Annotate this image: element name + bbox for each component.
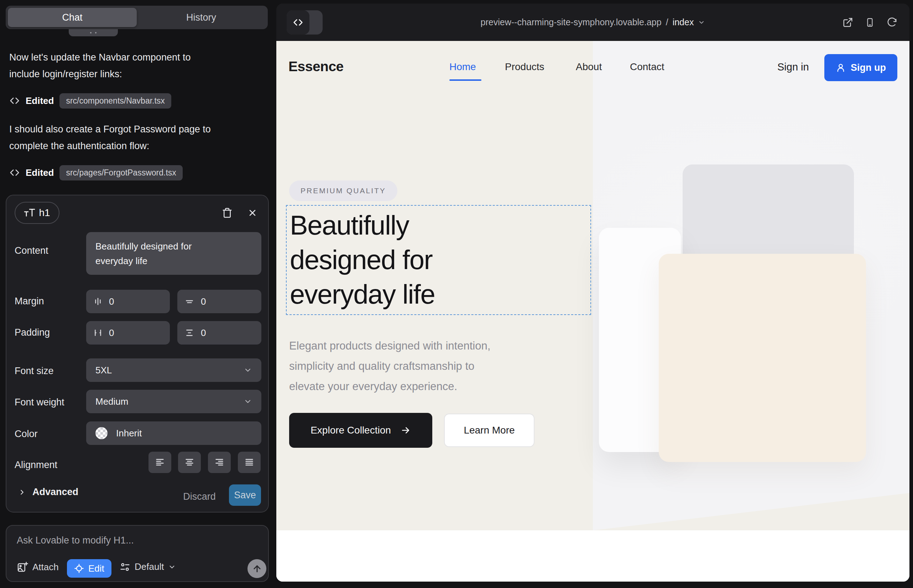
url-separator: / bbox=[666, 17, 669, 27]
preview-url: preview--charming-site-symphony.lovable.… bbox=[481, 17, 662, 27]
learn-more-button[interactable]: Learn More bbox=[444, 414, 534, 447]
nav-link-about[interactable]: About bbox=[576, 61, 602, 73]
site-viewport: Essence Home Products About Contact Sign… bbox=[276, 41, 910, 582]
align-left-button[interactable] bbox=[149, 452, 171, 473]
chat-history-tabbar: Chat History bbox=[6, 6, 268, 29]
refresh-icon[interactable] bbox=[887, 17, 897, 28]
content-textarea[interactable]: Beautifully designed for everyday life bbox=[86, 232, 261, 275]
tag-name: h1 bbox=[39, 207, 50, 218]
attach-image-icon bbox=[17, 561, 28, 573]
color-swatch-transparent bbox=[96, 427, 108, 439]
nav-link-home[interactable]: Home bbox=[449, 61, 476, 73]
color-label: Color bbox=[15, 428, 38, 439]
content-label: Content bbox=[15, 245, 49, 256]
preview-route: index bbox=[673, 17, 694, 27]
padding-horizontal-icon bbox=[93, 328, 102, 338]
code-icon bbox=[293, 17, 303, 28]
attach-button[interactable]: Attach bbox=[17, 561, 59, 573]
align-left-icon bbox=[155, 457, 165, 467]
padding-y-input[interactable]: 0 bbox=[177, 321, 261, 344]
mobile-view-icon[interactable] bbox=[865, 17, 874, 28]
chevron-down-icon bbox=[244, 366, 252, 375]
edited-file-row: Edited src/components/Navbar.tsx bbox=[9, 92, 171, 109]
edited-label: Edited bbox=[26, 167, 54, 178]
padding-vertical-icon bbox=[185, 328, 194, 338]
arrow-right-icon bbox=[400, 425, 411, 436]
nav-link-contact[interactable]: Contact bbox=[630, 61, 664, 73]
discard-button[interactable]: Discard bbox=[180, 486, 219, 507]
margin-vertical-icon bbox=[185, 297, 194, 306]
chat-message: Now let's update the Navbar component to… bbox=[9, 49, 191, 82]
scrolled-chip-partial bbox=[69, 29, 118, 36]
code-view-segment[interactable] bbox=[287, 10, 309, 34]
tab-history[interactable]: History bbox=[137, 8, 265, 27]
hero-paragraph: Elegant products designed with intention… bbox=[289, 336, 490, 396]
hero-heading: Beautifully designed for everyday life bbox=[287, 206, 590, 312]
align-center-icon bbox=[184, 457, 195, 467]
trash-icon bbox=[222, 207, 233, 218]
margin-label: Margin bbox=[15, 296, 44, 307]
preview-url-bar[interactable]: preview--charming-site-symphony.lovable.… bbox=[276, 3, 910, 41]
preview-actions bbox=[842, 3, 897, 41]
code-icon bbox=[9, 95, 20, 106]
selected-element-tag: h1 bbox=[15, 202, 60, 224]
font-size-select[interactable]: 5XL bbox=[86, 359, 261, 382]
delete-element-button[interactable] bbox=[219, 205, 235, 221]
chevron-down-icon bbox=[244, 397, 252, 406]
close-editor-button[interactable] bbox=[244, 205, 260, 221]
selected-h1-element[interactable]: Beautifully designed for everyday life bbox=[286, 205, 591, 315]
premium-quality-badge: PREMIUM QUALITY bbox=[289, 181, 397, 201]
margin-x-input[interactable]: 0 bbox=[86, 290, 170, 313]
font-weight-label: Font weight bbox=[15, 397, 65, 408]
send-button[interactable] bbox=[248, 559, 266, 578]
chevron-down-icon bbox=[168, 563, 176, 571]
advanced-toggle[interactable]: Advanced bbox=[18, 486, 78, 498]
preview-frame: preview--charming-site-symphony.lovable.… bbox=[276, 3, 910, 582]
text-size-icon bbox=[24, 208, 35, 218]
padding-x-input[interactable]: 0 bbox=[86, 321, 170, 344]
active-nav-underline bbox=[449, 79, 481, 81]
align-right-icon bbox=[214, 457, 225, 467]
model-mode-select[interactable]: Default bbox=[120, 561, 176, 572]
sign-in-link[interactable]: Sign in bbox=[777, 61, 809, 73]
site-logo[interactable]: Essence bbox=[288, 59, 344, 74]
edited-file-row: Edited src/pages/ForgotPassword.tsx bbox=[9, 165, 183, 181]
arrow-up-icon bbox=[252, 564, 262, 574]
explore-collection-button[interactable]: Explore Collection bbox=[289, 413, 432, 448]
font-weight-select[interactable]: Medium bbox=[86, 390, 261, 413]
padding-label: Padding bbox=[15, 327, 50, 338]
target-icon bbox=[74, 564, 84, 573]
code-preview-toggle[interactable] bbox=[287, 10, 323, 34]
nav-link-products[interactable]: Products bbox=[505, 61, 544, 73]
chevron-right-icon bbox=[18, 488, 26, 496]
composer-input[interactable]: Ask Lovable to modify H1... bbox=[17, 535, 134, 546]
margin-y-input[interactable]: 0 bbox=[177, 290, 261, 313]
align-justify-button[interactable] bbox=[238, 452, 261, 473]
sign-up-button[interactable]: Sign up bbox=[824, 54, 897, 81]
code-icon bbox=[9, 167, 20, 178]
align-center-button[interactable] bbox=[178, 452, 201, 473]
element-editor-panel: h1 Content Beautifully designed for ever… bbox=[6, 195, 269, 512]
edit-mode-button[interactable]: Edit bbox=[67, 559, 112, 578]
file-chip[interactable]: src/components/Navbar.tsx bbox=[60, 93, 171, 108]
next-section-background bbox=[276, 530, 910, 582]
open-external-icon[interactable] bbox=[842, 17, 853, 28]
hero-diagonal-wedge bbox=[593, 493, 910, 530]
preview-topbar: preview--charming-site-symphony.lovable.… bbox=[276, 3, 910, 41]
tab-chat[interactable]: Chat bbox=[8, 8, 137, 27]
align-justify-icon bbox=[244, 457, 254, 467]
save-button[interactable]: Save bbox=[229, 485, 261, 506]
align-right-button[interactable] bbox=[208, 452, 231, 473]
edited-label: Edited bbox=[26, 95, 54, 107]
file-chip[interactable]: src/pages/ForgotPassword.tsx bbox=[60, 165, 182, 181]
hero-card-beige bbox=[659, 254, 866, 462]
chevron-down-icon bbox=[698, 19, 705, 26]
close-icon bbox=[248, 208, 257, 218]
margin-horizontal-icon bbox=[93, 297, 102, 307]
user-icon bbox=[836, 63, 846, 73]
chat-message: I should also create a Forgot Password p… bbox=[9, 121, 211, 155]
lovable-app-window: Chat History Now let's update the Navbar… bbox=[0, 0, 913, 588]
alignment-label: Alignment bbox=[15, 459, 57, 470]
sliders-icon bbox=[120, 562, 130, 572]
color-field[interactable]: Inherit bbox=[86, 422, 261, 445]
